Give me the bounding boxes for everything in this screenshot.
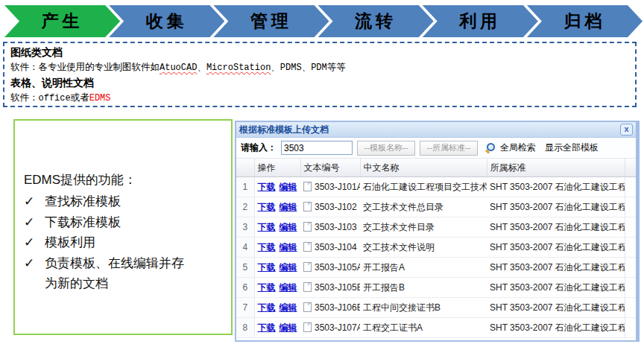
global-search-button[interactable]: 全局检索 [500,141,536,154]
row-spacer [625,217,636,238]
panel-header: 根据标准模板上传文档 x [236,122,636,138]
template-table-wrap: 操作 文本编号 中文名称 所属标准 1下载编辑3503-J101A石油化工建设工… [236,159,636,340]
download-link[interactable]: 下载 [258,182,276,192]
notes-line-form-software: 软件：office或者EDMS [10,90,629,106]
row-actions: 下载编辑 [254,197,300,217]
row-chinese-name: 交工技术文件说明 [360,238,487,258]
flow-step-1: 产生 [4,5,120,37]
row-chinese-name: 工程中间交接证书B [360,298,487,318]
magnifier-icon [485,143,496,153]
software-term: MicroStation [206,63,271,73]
row-spacer [625,197,636,217]
row-actions: 下载编辑 [254,278,300,298]
process-flow: 产生收集管理流转利用归档 [4,5,643,37]
edit-link[interactable]: 编辑 [280,302,297,313]
close-icon[interactable]: x [620,124,633,136]
row-code: 3503-J103 [300,217,360,238]
row-actions: 下载编辑 [254,217,300,238]
row-code: 3503-J106B [300,298,360,318]
row-standard: SHT 3503-2007 石油化工建设工程项目交工... [487,217,625,238]
download-link[interactable]: 下载 [258,242,276,252]
template-upload-panel: 根据标准模板上传文档 x 请输入： --模板名称-- --所属标准-- 全局检索… [235,121,640,342]
form-line-prefix: 软件： [10,92,39,103]
row-standard: SHT 3503-2007 石油化工建设工程项目交工... [487,258,625,278]
row-code: 3503-J101A [300,177,360,197]
document-icon [303,182,312,191]
col-header-code: 文本编号 [300,159,360,177]
edms-term: EDMS [89,93,111,104]
edms-feature-box: EDMS提供的功能： ✓查找标准模板✓下载标准模板✓模板利用✓负责模板、在线编辑… [13,119,233,335]
document-icon [303,262,312,272]
row-chinese-name: 交工技术文件总目录 [360,197,487,217]
table-row: 5下载编辑3503-J105A开工报告ASHT 3503-2007 石油化工建设… [236,258,636,278]
row-actions: 下载编辑 [254,298,300,318]
table-row: 7下载编辑3503-J106B工程中间交接证书BSHT 3503-2007 石油… [236,298,636,318]
edms-feature-item: ✓模板利用 [24,232,225,253]
row-number: 2 [236,197,254,217]
row-standard: SHT 3503-2007 石油化工建设工程项目交工... [487,238,625,258]
edit-link[interactable]: 编辑 [280,182,297,192]
flow-step-4: 流转 [318,5,434,37]
download-link[interactable]: 下载 [258,302,276,313]
template-name-combo[interactable]: --模板名称-- [357,141,415,156]
row-standard: SHT 3503-2007 石油化工建设工程项目交工... [487,318,625,338]
row-code: 3503-J105B [300,278,360,298]
row-actions: 下载编辑 [254,318,300,338]
notes-heading-forms: 表格、说明性文档 [10,75,629,90]
edit-link[interactable]: 编辑 [280,222,297,232]
notes-heading-drawings: 图纸类文档 [10,45,629,60]
document-icon [303,202,312,211]
row-chinese-name: 工程交工证书A [360,318,487,338]
edms-feature-title: EDMS提供的功能： [24,170,225,190]
row-actions: 下载编辑 [254,258,300,278]
search-input-label: 请输入： [241,141,277,154]
flow-step-3: 管理 [213,5,329,37]
row-chinese-name: 交工技术文件目录 [360,217,487,238]
download-link[interactable]: 下载 [258,222,276,232]
edit-link[interactable]: 编辑 [280,242,297,252]
edit-link[interactable]: 编辑 [280,282,297,293]
document-icon [303,322,312,332]
slide-canvas: 产生收集管理流转利用归档 图纸类文档 软件：各专业使用的专业制图软件如AtuoC… [0,0,644,347]
software-line-suffix: 等等 [327,62,346,72]
standard-combo[interactable]: --所属标准-- [420,141,478,156]
edit-link[interactable]: 编辑 [280,262,297,273]
software-line-prefix: 软件：各专业使用的专业制图软件如 [10,62,160,72]
download-link[interactable]: 下载 [258,282,276,293]
col-header-spacer [625,159,636,177]
row-chinese-name: 石油化工建设工程项目交工技术文件封面A [360,177,487,197]
row-code: 3503-J105A [300,258,360,278]
edms-feature-text: 查找标准模板 [45,191,121,212]
search-input[interactable] [281,141,353,155]
download-link[interactable]: 下载 [258,202,276,212]
row-standard: SHT 3503-2007 石油化工建设工程项目交工... [487,298,625,318]
document-icon [303,282,312,292]
checkmark-icon: ✓ [24,191,45,212]
edit-link[interactable]: 编辑 [280,202,297,212]
edms-feature-text: 负责模板、在线编辑并存为新的文档 [45,253,188,294]
table-header-row: 操作 文本编号 中文名称 所属标准 [236,159,636,177]
row-number: 6 [236,278,254,298]
panel-toolbar: 请输入： --模板名称-- --所属标准-- 全局检索 显示全部模板 [236,138,636,159]
col-header-standard: 所属标准 [487,159,625,177]
document-icon [303,222,312,232]
software-term: PDMS [280,63,302,73]
edms-feature-item: ✓负责模板、在线编辑并存为新的文档 [24,253,225,294]
edms-feature-item: ✓查找标准模板 [24,191,225,212]
document-icon [303,302,312,312]
row-standard: SHT 3503-2007 石油化工建设工程项目交工... [487,197,625,217]
row-number: 3 [236,217,254,238]
col-header-name: 中文名称 [360,159,487,177]
edms-feature-item: ✓下载标准模板 [24,212,225,233]
row-chinese-name: 开工报告A [360,258,487,278]
download-link[interactable]: 下载 [258,322,276,333]
show-all-templates-button[interactable]: 显示全部模板 [545,141,599,154]
download-link[interactable]: 下载 [258,262,276,273]
checkmark-icon: ✓ [24,212,45,233]
row-spacer [625,258,636,278]
row-number: 8 [236,318,254,338]
panel-title: 根据标准模板上传文档 [239,124,329,136]
flow-step-5: 利用 [423,5,538,37]
edms-feature-text: 下载标准模板 [45,212,121,233]
edit-link[interactable]: 编辑 [280,322,297,333]
